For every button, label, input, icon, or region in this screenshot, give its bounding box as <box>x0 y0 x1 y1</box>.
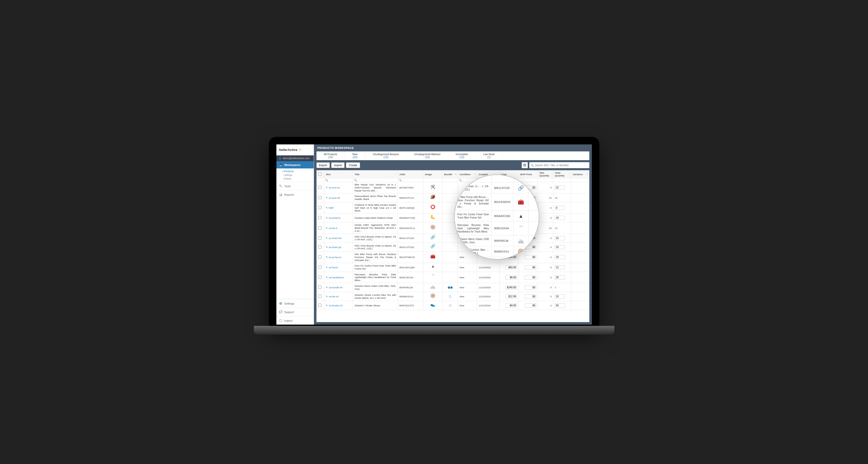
search-input[interactable] <box>535 164 588 167</box>
edit-icon[interactable]: ✎ <box>326 196 328 199</box>
create-button[interactable]: Create <box>346 162 360 168</box>
row-checkbox[interactable] <box>318 245 321 248</box>
total-qty-input[interactable] <box>555 206 565 210</box>
total-qty-input[interactable] <box>555 265 565 269</box>
row-checkbox[interactable] <box>318 266 321 269</box>
cost-input[interactable] <box>505 303 517 307</box>
nav-sub-orders[interactable]: Orders <box>282 177 314 181</box>
search-box[interactable]: 🔍 <box>529 162 589 168</box>
row-checkbox[interactable] <box>318 255 321 259</box>
filter-tab[interactable]: Low Stock(1) <box>476 152 502 160</box>
nav-reports[interactable]: 📊 Reports <box>276 190 314 199</box>
total-qty-link[interactable]: 35 <box>555 196 558 199</box>
nav-support[interactable]: 💬 Support <box>276 307 314 316</box>
row-checkbox[interactable] <box>318 186 321 189</box>
col-sku[interactable]: SKU <box>324 170 353 178</box>
total-qty-input[interactable] <box>555 294 565 299</box>
row-checkbox[interactable] <box>318 226 321 230</box>
sku-link[interactable]: sa-frame <box>329 266 338 269</box>
edit-icon[interactable]: ✎ <box>326 227 328 230</box>
total-qty-link[interactable]: 20 <box>555 227 558 230</box>
sku-link[interactable]: sa-chain-gd <box>329 246 341 248</box>
sku-link[interactable]: sa-handlebars <box>329 276 344 279</box>
col-checkbox[interactable] <box>316 170 324 178</box>
col-totq[interactable]: Total Quantity <box>553 170 571 178</box>
edit-icon[interactable]: ✎ <box>326 304 328 307</box>
edit-icon[interactable]: ✎ <box>326 217 328 219</box>
row-checkbox[interactable] <box>318 275 321 279</box>
sku-link[interactable]: sa-tire-k <box>329 227 337 230</box>
filter-tab[interactable]: Uncategorized-Walmart(19) <box>407 152 448 160</box>
col-bundle[interactable]: Bundle▾ <box>443 170 458 178</box>
import-button[interactable]: Import <box>331 162 344 168</box>
total-qty-input[interactable] <box>555 236 565 240</box>
col-asin[interactable]: ASIN <box>398 170 423 178</box>
sku-link[interactable]: sa-pedal-fy <box>329 217 340 219</box>
col-condition[interactable]: Condition▾ <box>458 170 477 178</box>
sku-link[interactable]: fdfdf <box>329 206 334 209</box>
total-qty-link[interactable]: 5 <box>555 286 556 289</box>
edit-icon[interactable]: ✎ <box>326 266 328 269</box>
total-qty-input[interactable] <box>555 303 565 307</box>
nav-sub-listings[interactable]: Listings <box>282 173 314 177</box>
nav-legacy[interactable]: ◯ Legacy <box>276 316 314 325</box>
filter-asin[interactable]: 🔍 <box>398 178 423 182</box>
total-qty-input[interactable] <box>555 186 565 190</box>
edit-icon[interactable]: ✎ <box>326 295 328 298</box>
cost-input[interactable] <box>505 265 517 269</box>
edit-icon[interactable]: ✎ <box>326 206 328 209</box>
sku-link[interactable]: sa-pump-ps <box>329 256 341 259</box>
nav-sub-products[interactable]: • Products <box>282 169 314 173</box>
cost-input[interactable] <box>505 275 517 279</box>
nav-workspaces[interactable]: 🖥️ Workspaces <box>276 161 314 168</box>
col-title[interactable]: Title↑ <box>353 170 398 178</box>
edit-icon[interactable]: ✎ <box>326 246 328 248</box>
cost-input[interactable] <box>505 285 517 290</box>
user-bar[interactable]: 👤 demo@selleractive.com <box>276 156 314 161</box>
nav-settings[interactable]: ⚙️ Settings <box>276 299 314 307</box>
row-checkbox[interactable] <box>318 286 321 289</box>
map-input[interactable] <box>525 303 536 307</box>
sku-link[interactable]: sa-chain-km <box>329 237 342 239</box>
sku-link[interactable]: sa-breaks-sh <box>329 304 342 307</box>
map-input[interactable] <box>525 255 536 259</box>
filter-tab[interactable]: Incomplete(15) <box>448 152 476 160</box>
total-qty-input[interactable] <box>555 255 565 259</box>
map-input[interactable] <box>525 275 536 279</box>
sku-link[interactable]: sa-bundle-sh <box>329 286 342 289</box>
total-qty-input[interactable] <box>555 275 565 279</box>
map-input[interactable] <box>525 285 536 290</box>
select-all-checkbox[interactable] <box>318 172 321 176</box>
export-button[interactable]: Export <box>316 162 330 168</box>
filter-tab[interactable]: All Products(20) <box>316 152 345 160</box>
total-qty-input[interactable] <box>555 216 565 220</box>
filter-sku[interactable]: 🔍 <box>324 178 353 182</box>
sku-link[interactable]: sa-tool-ms <box>329 186 340 189</box>
row-checkbox[interactable] <box>318 236 321 239</box>
filter-title[interactable]: 🔍 <box>353 178 398 182</box>
row-checkbox[interactable] <box>318 216 321 219</box>
edit-icon[interactable]: ✎ <box>326 276 328 279</box>
col-map[interactable]: MAP Price <box>519 170 538 178</box>
map-input[interactable] <box>525 294 536 299</box>
sku-link[interactable]: sa-seat-db <box>329 196 340 199</box>
col-variation[interactable]: Variation▾ <box>571 170 589 178</box>
map-input[interactable] <box>525 265 536 269</box>
edit-icon[interactable]: ✎ <box>326 186 328 189</box>
col-image[interactable]: Image <box>423 170 443 178</box>
copy-button[interactable]: ⧉ <box>522 162 528 168</box>
cost-input[interactable] <box>505 294 517 299</box>
filter-tab[interactable]: Uncategorized-Amazon(19) <box>365 152 407 160</box>
col-fbaq[interactable]: FBA Quantity <box>538 170 553 178</box>
edit-icon[interactable]: ✎ <box>326 237 328 239</box>
row-checkbox[interactable] <box>318 304 321 307</box>
row-checkbox[interactable] <box>318 206 321 209</box>
row-checkbox[interactable] <box>318 295 321 298</box>
edit-icon[interactable]: ✎ <box>326 256 328 259</box>
nav-tools[interactable]: 🔧 Tools <box>276 182 314 190</box>
filter-tab[interactable]: New(20) <box>345 152 365 160</box>
row-checkbox[interactable] <box>318 196 321 199</box>
sku-link[interactable]: sa-tire-sh <box>329 295 339 298</box>
edit-icon[interactable]: ✎ <box>326 286 328 289</box>
total-qty-input[interactable] <box>555 245 565 249</box>
